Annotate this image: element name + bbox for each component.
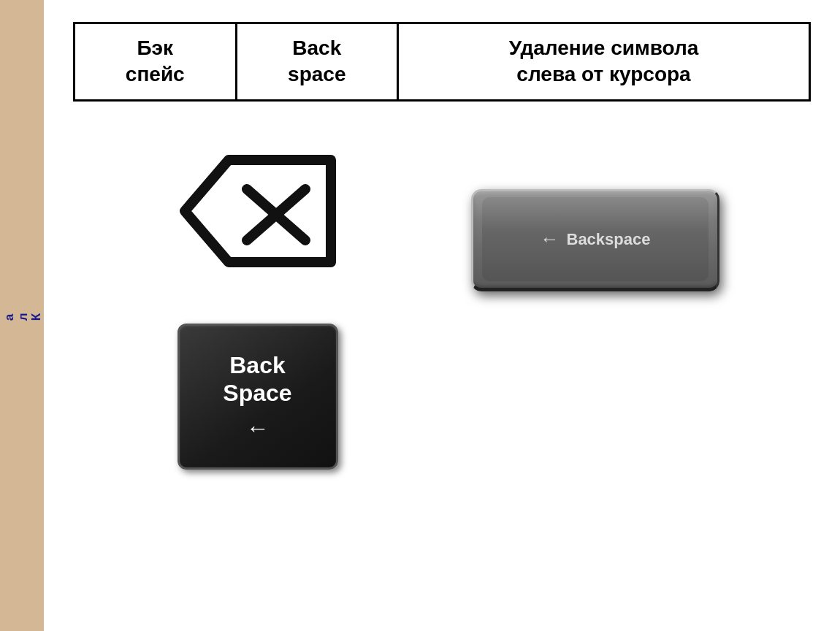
key-arrow: ←	[246, 415, 270, 442]
images-area: Back Space ← ← Backspace	[73, 131, 811, 470]
dark-key-backspace: Back Space ←	[177, 324, 338, 470]
backspace-icon-symbol	[170, 145, 345, 280]
main-content: Бэк спейс Back space Удаление символа сл…	[44, 0, 840, 631]
table-col2: Back space	[236, 23, 398, 101]
left-icon-area: Back Space ←	[73, 131, 442, 470]
physical-key-inner: ← Backspace	[482, 197, 709, 281]
table-col3: Удаление символа слева от курсора	[398, 23, 810, 101]
col3-text: Удаление символа слева от курсора	[509, 37, 699, 85]
key-text: Back Space	[223, 351, 291, 408]
key-text-line2: Space	[223, 380, 291, 406]
col2-text: Back space	[288, 37, 345, 85]
col1-text: Бэк спейс	[126, 37, 185, 85]
right-area: ← Backspace	[442, 131, 811, 470]
table-col1: Бэк спейс	[75, 23, 237, 101]
physical-keyboard-key: ← Backspace	[471, 189, 719, 291]
sidebar-label: Клавиширедактированиятекста	[0, 309, 43, 322]
physical-key-label: Backspace	[567, 230, 651, 249]
key-text-line1: Back	[229, 352, 286, 378]
physical-key-arrow: ←	[541, 228, 560, 251]
key-info-table: Бэк спейс Back space Удаление символа сл…	[73, 22, 811, 102]
sidebar: Клавиширедактированиятекста	[0, 0, 44, 631]
